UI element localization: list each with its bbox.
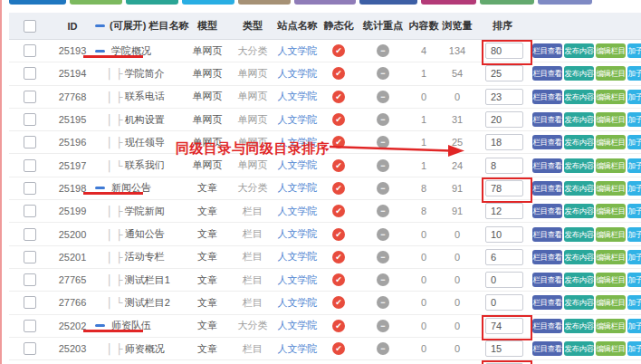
static-enabled-icon[interactable]: ✔ [332,342,345,355]
static-enabled-icon[interactable]: ✔ [332,159,345,172]
sort-input[interactable] [485,111,523,128]
sort-input[interactable] [485,226,523,243]
row-checkbox[interactable] [24,228,36,241]
stat-focus-disabled-icon[interactable]: − [377,91,389,103]
sort-input[interactable] [485,340,523,357]
view-column-button[interactable]: 栏目查看 [532,250,562,264]
publish-content-button[interactable]: 发布内容 [564,250,594,264]
row-checkbox[interactable] [24,273,36,286]
sort-input[interactable] [485,272,523,288]
stat-focus-disabled-icon[interactable]: − [377,296,389,309]
view-column-button[interactable]: 栏目查看 [532,204,562,218]
column-name-link[interactable]: 师资概况 [125,342,165,356]
edit-column-button[interactable]: 编辑栏目 [596,273,626,287]
add-child-column-button[interactable]: 加子栏目 [627,181,641,196]
add-child-column-button[interactable]: 加子栏目 [627,90,641,104]
publish-content-button[interactable]: 发布内容 [564,66,594,81]
row-checkbox[interactable] [24,182,36,195]
edit-column-button[interactable]: 编辑栏目 [596,66,626,81]
site-link[interactable]: 人文学院 [276,223,319,244]
row-checkbox[interactable] [24,320,36,332]
column-name-link[interactable]: 现任领导 [125,136,165,149]
stat-focus-disabled-icon[interactable]: − [377,320,389,332]
row-checkbox[interactable] [24,205,36,217]
static-enabled-icon[interactable]: ✔ [332,273,345,286]
view-column-button[interactable]: 栏目查看 [532,341,562,356]
sort-input[interactable] [485,43,523,59]
row-checkbox[interactable] [24,342,36,355]
row-checkbox[interactable] [24,91,36,103]
site-link[interactable]: 人文学院 [276,154,319,176]
toolbar-button[interactable] [126,0,178,5]
collapse-dash-icon[interactable] [95,24,105,27]
view-column-button[interactable]: 栏目查看 [532,319,562,333]
edit-column-button[interactable]: 编辑栏目 [596,135,626,149]
site-link[interactable]: 人文学院 [276,338,319,359]
add-child-column-button[interactable]: 加子栏目 [627,43,641,58]
view-column-button[interactable]: 栏目查看 [532,90,562,104]
sort-input[interactable] [485,65,523,81]
toolbar-button[interactable] [182,0,234,5]
static-enabled-icon[interactable]: ✔ [332,182,345,195]
stat-focus-disabled-icon[interactable]: − [377,251,389,263]
add-child-column-button[interactable]: 加子栏目 [627,250,641,264]
publish-content-button[interactable]: 发布内容 [564,181,594,196]
select-all-checkbox[interactable] [24,20,36,33]
sort-input[interactable] [485,134,523,150]
add-child-column-button[interactable]: 加子栏目 [627,204,641,218]
column-name-link[interactable]: 测试栏目1 [125,273,170,287]
static-enabled-icon[interactable]: ✔ [332,44,345,57]
add-child-column-button[interactable]: 加子栏目 [627,295,641,310]
site-link[interactable]: 人文学院 [276,200,319,222]
add-child-column-button[interactable]: 加子栏目 [627,227,641,242]
site-link[interactable]: 人文学院 [276,109,319,130]
column-name-link[interactable]: 通知公告 [125,227,165,241]
collapse-dash-icon[interactable] [95,187,105,189]
publish-content-button[interactable]: 发布内容 [564,135,594,149]
add-child-column-button[interactable]: 加子栏目 [627,135,641,149]
add-child-column-button[interactable]: 加子栏目 [627,112,641,127]
edit-column-button[interactable]: 编辑栏目 [596,341,626,356]
stat-focus-disabled-icon[interactable]: − [377,67,389,80]
edit-column-button[interactable]: 编辑栏目 [596,90,626,104]
static-enabled-icon[interactable]: ✔ [332,67,345,80]
column-name-link[interactable]: 机构设置 [125,113,165,127]
edit-column-button[interactable]: 编辑栏目 [596,43,626,58]
publish-content-button[interactable]: 发布内容 [564,43,594,58]
column-name-link[interactable]: 学院新闻 [125,205,165,218]
sort-input[interactable] [485,249,523,265]
publish-content-button[interactable]: 发布内容 [564,273,594,287]
column-name-link[interactable]: 测试栏目2 [125,296,170,310]
column-name-link[interactable]: 联系电话 [125,90,165,103]
row-checkbox[interactable] [24,113,36,126]
sort-input[interactable] [485,294,523,311]
view-column-button[interactable]: 栏目查看 [532,273,562,287]
edit-column-button[interactable]: 编辑栏目 [596,204,626,218]
site-link[interactable]: 人文学院 [276,246,319,268]
row-checkbox[interactable] [24,44,36,57]
row-checkbox[interactable] [24,251,36,263]
sort-input[interactable] [485,158,523,174]
publish-content-button[interactable]: 发布内容 [564,112,594,127]
publish-content-button[interactable]: 发布内容 [564,227,594,242]
view-column-button[interactable]: 栏目查看 [532,295,562,310]
site-link[interactable]: 人文学院 [276,40,319,62]
sort-input[interactable] [485,203,523,219]
column-name-link[interactable]: 联系我们 [125,158,165,172]
edit-column-button[interactable]: 编辑栏目 [596,112,626,127]
row-checkbox[interactable] [24,296,36,309]
collapse-dash-icon[interactable] [95,324,105,327]
sort-input[interactable] [485,318,523,334]
site-link[interactable]: 人文学院 [276,62,319,84]
stat-focus-disabled-icon[interactable]: − [377,273,389,286]
publish-content-button[interactable]: 发布内容 [564,204,594,218]
stat-focus-disabled-icon[interactable]: − [377,113,389,126]
toolbar-button[interactable] [70,0,122,5]
publish-content-button[interactable]: 发布内容 [564,341,594,356]
stat-focus-disabled-icon[interactable]: − [377,342,389,355]
publish-content-button[interactable]: 发布内容 [564,319,594,333]
static-enabled-icon[interactable]: ✔ [332,296,345,309]
view-column-button[interactable]: 栏目查看 [532,227,562,242]
static-enabled-icon[interactable]: ✔ [332,251,345,263]
stat-focus-disabled-icon[interactable]: − [377,205,389,217]
